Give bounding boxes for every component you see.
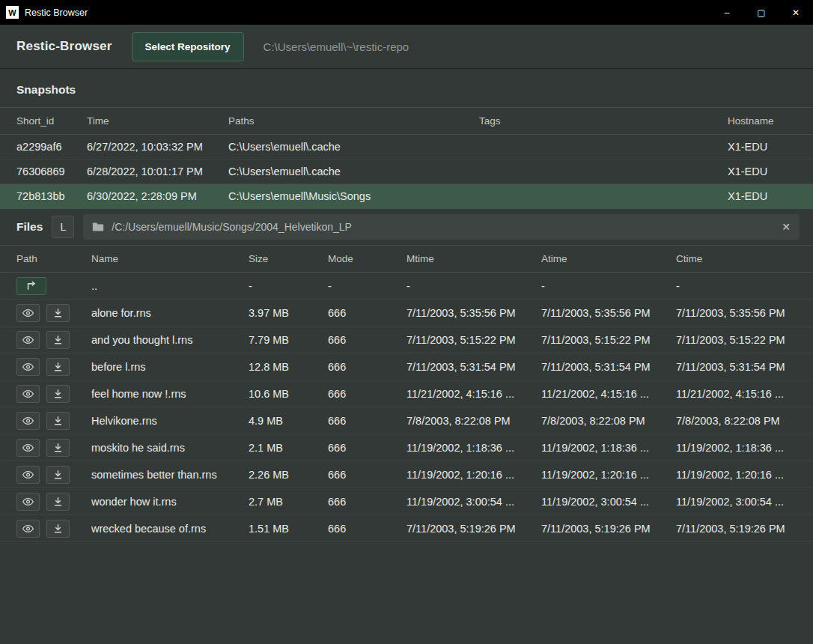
snapshots-table-header: Short_id Time Paths Tags Hostname	[0, 107, 813, 135]
file-name: feel home now !.rns	[91, 388, 249, 400]
preview-button[interactable]	[16, 304, 40, 322]
file-mode: 666	[328, 469, 406, 481]
download-button[interactable]	[46, 466, 70, 484]
col-short-id: Short_id	[16, 115, 87, 127]
file-ctime: 7/11/2003, 5:35:56 PM	[676, 307, 797, 319]
download-icon	[53, 362, 63, 371]
folder-icon	[92, 222, 104, 232]
titlebar: W Restic Browser – ▢ ✕	[0, 0, 813, 25]
file-mode: 666	[328, 361, 406, 373]
download-button[interactable]	[46, 439, 70, 457]
file-row: feel home now !.rns 10.6 MB 666 11/21/20…	[0, 380, 813, 407]
clear-path-icon[interactable]: ✕	[782, 221, 791, 233]
file-size: 2.7 MB	[249, 496, 328, 508]
file-name: sometimes better than.rns	[91, 469, 249, 481]
file-mode: 666	[328, 442, 406, 454]
files-path-input[interactable]: /C:/Users/emuell/Music/Songs/2004_Helvet…	[83, 214, 800, 240]
file-mtime: 11/21/2002, 4:15:16 ...	[406, 388, 541, 400]
window-title: Restic Browser	[25, 7, 88, 18]
col-time: Time	[87, 115, 228, 127]
download-icon	[53, 416, 63, 425]
snapshot-time: 6/30/2022, 2:28:09 PM	[87, 190, 228, 202]
preview-button[interactable]	[16, 439, 40, 457]
col-size: Size	[249, 253, 328, 264]
file-mtime: 7/11/2003, 5:35:56 PM	[406, 307, 541, 319]
file-mtime: 11/19/2002, 3:00:54 ...	[406, 496, 541, 508]
file-row: moskito he said.rns 2.1 MB 666 11/19/200…	[0, 434, 813, 461]
preview-button[interactable]	[16, 385, 40, 403]
file-size: 10.6 MB	[249, 388, 328, 400]
file-mtime: -	[406, 280, 541, 292]
eye-icon	[22, 389, 34, 398]
files-table-header: Path Name Size Mode Mtime Atime Ctime	[0, 245, 813, 273]
preview-button[interactable]	[16, 466, 40, 484]
file-atime: 7/11/2003, 5:31:54 PM	[541, 361, 676, 373]
download-button[interactable]	[46, 358, 70, 376]
minimize-button[interactable]: –	[710, 0, 744, 25]
file-row-parent: .. - - - - -	[0, 273, 813, 300]
latest-snapshot-button[interactable]: L	[52, 216, 74, 238]
col-hostname: Hostname	[728, 115, 797, 127]
file-mode: 666	[328, 415, 406, 427]
file-name: wonder how it.rns	[91, 496, 249, 508]
download-button[interactable]	[46, 493, 70, 511]
header: Restic-Browser Select Repository C:\User…	[0, 25, 813, 69]
file-row: before l.rns 12.8 MB 666 7/11/2003, 5:31…	[0, 353, 813, 380]
file-ctime: 7/11/2003, 5:19:26 PM	[676, 523, 797, 535]
file-atime: 7/8/2003, 8:22:08 PM	[541, 415, 676, 427]
file-atime: -	[541, 280, 676, 292]
file-size: 3.97 MB	[249, 307, 328, 319]
file-size: 2.26 MB	[249, 469, 328, 481]
file-name: alone for.rns	[91, 307, 249, 319]
snapshot-row[interactable]: 76306869 6/28/2022, 10:01:17 PM C:\Users…	[0, 160, 813, 184]
col-path: Path	[16, 253, 91, 264]
file-mode: 666	[328, 523, 406, 535]
file-ctime: 11/19/2002, 1:20:16 ...	[676, 469, 797, 481]
file-mode: -	[328, 280, 406, 292]
preview-button[interactable]	[16, 493, 40, 511]
close-button[interactable]: ✕	[779, 0, 813, 25]
col-ctime: Ctime	[676, 253, 797, 264]
eye-icon	[22, 416, 34, 425]
download-button[interactable]	[46, 412, 70, 430]
eye-icon	[22, 335, 34, 344]
preview-button[interactable]	[16, 331, 40, 349]
download-button[interactable]	[46, 331, 70, 349]
download-button[interactable]	[46, 304, 70, 322]
snapshots-heading: Snapshots	[0, 69, 813, 107]
preview-button[interactable]	[16, 358, 40, 376]
snapshot-hostname: X1-EDU	[728, 190, 797, 202]
download-icon	[53, 308, 63, 318]
file-ctime: 7/11/2003, 5:31:54 PM	[676, 361, 797, 373]
maximize-button[interactable]: ▢	[744, 0, 779, 25]
preview-button[interactable]	[16, 520, 40, 538]
preview-button[interactable]	[16, 412, 40, 430]
file-ctime: 7/11/2003, 5:15:22 PM	[676, 334, 797, 346]
page-title: Restic-Browser	[16, 39, 112, 54]
file-mode: 666	[328, 307, 406, 319]
download-button[interactable]	[46, 385, 70, 403]
file-mode: 666	[328, 496, 406, 508]
snapshot-row-selected[interactable]: 72b813bb 6/30/2022, 2:28:09 PM C:\Users\…	[0, 184, 813, 209]
file-mtime: 11/19/2002, 1:18:36 ...	[406, 442, 541, 454]
file-size: 7.79 MB	[249, 334, 328, 346]
download-button[interactable]	[46, 520, 70, 538]
file-name: moskito he said.rns	[91, 442, 249, 454]
file-mtime: 7/11/2003, 5:19:26 PM	[406, 523, 541, 535]
file-mode: 666	[328, 388, 406, 400]
file-size: 4.9 MB	[249, 415, 328, 427]
file-row: and you thought l.rns 7.79 MB 666 7/11/2…	[0, 326, 813, 353]
eye-icon	[22, 524, 34, 533]
col-atime: Atime	[541, 253, 676, 264]
file-ctime: 11/19/2002, 1:18:36 ...	[676, 442, 797, 454]
file-mode: 666	[328, 334, 406, 346]
parent-directory-button[interactable]	[16, 277, 46, 295]
download-icon	[53, 470, 63, 479]
files-path-value: /C:/Users/emuell/Music/Songs/2004_Helvet…	[112, 221, 352, 233]
window-controls: – ▢ ✕	[710, 0, 813, 25]
eye-icon	[22, 362, 34, 371]
file-size: -	[249, 280, 328, 292]
select-repository-button[interactable]: Select Repository	[132, 32, 244, 61]
snapshot-row[interactable]: a2299af6 6/27/2022, 10:03:32 PM C:\Users…	[0, 135, 813, 160]
file-ctime: 7/8/2003, 8:22:08 PM	[676, 415, 797, 427]
